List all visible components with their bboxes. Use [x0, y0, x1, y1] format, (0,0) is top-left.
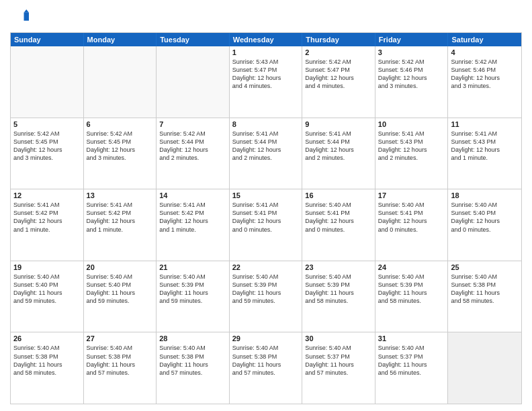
- day-number: 21: [159, 263, 226, 271]
- cell-info: Sunrise: 5:41 AM Sunset: 5:42 PM Dayligh…: [13, 201, 81, 234]
- day-number: 20: [87, 263, 154, 271]
- cell-info: Sunrise: 5:41 AM Sunset: 5:43 PM Dayligh…: [378, 130, 445, 163]
- calendar-cell: 5Sunrise: 5:42 AM Sunset: 5:45 PM Daylig…: [11, 118, 84, 189]
- cell-info: Sunrise: 5:40 AM Sunset: 5:39 PM Dayligh…: [378, 273, 445, 306]
- logo: [10, 9, 32, 28]
- calendar-cell: 16Sunrise: 5:40 AM Sunset: 5:41 PM Dayli…: [302, 189, 375, 261]
- logo-icon: [10, 9, 29, 28]
- calendar-cell: 29Sunrise: 5:40 AM Sunset: 5:38 PM Dayli…: [230, 332, 303, 404]
- calendar-cell: 23Sunrise: 5:40 AM Sunset: 5:39 PM Dayli…: [302, 261, 375, 332]
- cell-info: Sunrise: 5:42 AM Sunset: 5:47 PM Dayligh…: [305, 58, 372, 91]
- cell-info: Sunrise: 5:40 AM Sunset: 5:38 PM Dayligh…: [232, 344, 300, 377]
- calendar-cell: 25Sunrise: 5:40 AM Sunset: 5:38 PM Dayli…: [448, 261, 521, 332]
- day-number: 12: [13, 191, 81, 199]
- day-number: 11: [451, 120, 519, 128]
- day-number: 30: [305, 334, 372, 342]
- day-number: 1: [232, 48, 300, 56]
- day-number: 8: [232, 120, 300, 128]
- calendar-cell: 11Sunrise: 5:41 AM Sunset: 5:43 PM Dayli…: [448, 118, 521, 189]
- cell-info: Sunrise: 5:40 AM Sunset: 5:37 PM Dayligh…: [378, 344, 445, 377]
- svg-marker-1: [24, 9, 29, 13]
- calendar-row: 12Sunrise: 5:41 AM Sunset: 5:42 PM Dayli…: [11, 189, 521, 261]
- day-number: 15: [232, 191, 300, 199]
- cell-info: Sunrise: 5:41 AM Sunset: 5:44 PM Dayligh…: [305, 130, 372, 163]
- weekday-header: Monday: [84, 33, 157, 46]
- cell-info: Sunrise: 5:40 AM Sunset: 5:39 PM Dayligh…: [305, 273, 372, 306]
- day-number: 14: [159, 191, 226, 199]
- cell-info: Sunrise: 5:40 AM Sunset: 5:38 PM Dayligh…: [87, 344, 154, 377]
- calendar-cell: 1Sunrise: 5:43 AM Sunset: 5:47 PM Daylig…: [230, 46, 303, 118]
- day-number: 18: [451, 191, 519, 199]
- cell-info: Sunrise: 5:42 AM Sunset: 5:44 PM Dayligh…: [159, 130, 226, 163]
- day-number: 17: [378, 191, 445, 199]
- day-number: 31: [378, 334, 445, 342]
- cell-info: Sunrise: 5:41 AM Sunset: 5:42 PM Dayligh…: [159, 201, 226, 234]
- day-number: 19: [13, 263, 81, 271]
- cell-info: Sunrise: 5:40 AM Sunset: 5:40 PM Dayligh…: [87, 273, 154, 306]
- calendar-cell: 2Sunrise: 5:42 AM Sunset: 5:47 PM Daylig…: [302, 46, 375, 118]
- calendar-row: 19Sunrise: 5:40 AM Sunset: 5:40 PM Dayli…: [11, 261, 521, 333]
- calendar-cell: 6Sunrise: 5:42 AM Sunset: 5:45 PM Daylig…: [84, 118, 157, 189]
- calendar-cell: 12Sunrise: 5:41 AM Sunset: 5:42 PM Dayli…: [11, 189, 84, 261]
- cell-info: Sunrise: 5:40 AM Sunset: 5:41 PM Dayligh…: [378, 201, 445, 234]
- day-number: 26: [13, 334, 81, 342]
- calendar-cell: 19Sunrise: 5:40 AM Sunset: 5:40 PM Dayli…: [11, 261, 84, 332]
- weekday-header: Sunday: [11, 33, 84, 46]
- day-number: 29: [232, 334, 300, 342]
- cell-info: Sunrise: 5:42 AM Sunset: 5:46 PM Dayligh…: [378, 58, 445, 91]
- cell-info: Sunrise: 5:40 AM Sunset: 5:40 PM Dayligh…: [13, 273, 81, 306]
- day-number: 25: [451, 263, 519, 271]
- calendar-cell: 26Sunrise: 5:40 AM Sunset: 5:38 PM Dayli…: [11, 332, 84, 404]
- calendar-cell: [84, 46, 157, 118]
- calendar-cell: 14Sunrise: 5:41 AM Sunset: 5:42 PM Dayli…: [157, 189, 230, 261]
- weekday-header: Friday: [375, 33, 449, 46]
- calendar-cell: 24Sunrise: 5:40 AM Sunset: 5:39 PM Dayli…: [375, 261, 449, 332]
- cell-info: Sunrise: 5:43 AM Sunset: 5:47 PM Dayligh…: [232, 58, 300, 91]
- day-number: 27: [87, 334, 154, 342]
- day-number: 22: [232, 263, 300, 271]
- header: [10, 7, 522, 28]
- day-number: 24: [378, 263, 445, 271]
- cell-info: Sunrise: 5:41 AM Sunset: 5:42 PM Dayligh…: [87, 201, 154, 234]
- calendar-cell: 8Sunrise: 5:41 AM Sunset: 5:44 PM Daylig…: [230, 118, 303, 189]
- calendar-cell: 27Sunrise: 5:40 AM Sunset: 5:38 PM Dayli…: [84, 332, 157, 404]
- cell-info: Sunrise: 5:40 AM Sunset: 5:39 PM Dayligh…: [159, 273, 226, 306]
- weekday-header: Thursday: [302, 33, 375, 46]
- calendar-cell: 7Sunrise: 5:42 AM Sunset: 5:44 PM Daylig…: [157, 118, 230, 189]
- cell-info: Sunrise: 5:40 AM Sunset: 5:40 PM Dayligh…: [451, 201, 519, 234]
- day-number: 28: [159, 334, 226, 342]
- weekday-header: Saturday: [448, 33, 521, 46]
- day-number: 10: [378, 120, 445, 128]
- cell-info: Sunrise: 5:41 AM Sunset: 5:41 PM Dayligh…: [232, 201, 300, 234]
- calendar-cell: 15Sunrise: 5:41 AM Sunset: 5:41 PM Dayli…: [230, 189, 303, 261]
- calendar-cell: 31Sunrise: 5:40 AM Sunset: 5:37 PM Dayli…: [375, 332, 449, 404]
- weekday-header: Tuesday: [157, 33, 230, 46]
- calendar-row: 26Sunrise: 5:40 AM Sunset: 5:38 PM Dayli…: [11, 332, 521, 404]
- day-number: 2: [305, 48, 372, 56]
- calendar-cell: [157, 46, 230, 118]
- day-number: 3: [378, 48, 445, 56]
- calendar-cell: [448, 332, 521, 404]
- day-number: 13: [87, 191, 154, 199]
- day-number: 5: [13, 120, 81, 128]
- calendar-cell: 18Sunrise: 5:40 AM Sunset: 5:40 PM Dayli…: [448, 189, 521, 261]
- cell-info: Sunrise: 5:40 AM Sunset: 5:39 PM Dayligh…: [232, 273, 300, 306]
- cell-info: Sunrise: 5:40 AM Sunset: 5:41 PM Dayligh…: [305, 201, 372, 234]
- svg-marker-0: [24, 13, 29, 21]
- page: SundayMondayTuesdayWednesdayThursdayFrid…: [0, 0, 532, 411]
- cell-info: Sunrise: 5:40 AM Sunset: 5:38 PM Dayligh…: [159, 344, 226, 377]
- calendar-row: 1Sunrise: 5:43 AM Sunset: 5:47 PM Daylig…: [11, 46, 521, 118]
- calendar-row: 5Sunrise: 5:42 AM Sunset: 5:45 PM Daylig…: [11, 118, 521, 190]
- cell-info: Sunrise: 5:40 AM Sunset: 5:38 PM Dayligh…: [451, 273, 519, 306]
- weekday-header: Wednesday: [230, 33, 303, 46]
- calendar-cell: 4Sunrise: 5:42 AM Sunset: 5:46 PM Daylig…: [448, 46, 521, 118]
- day-number: 7: [159, 120, 226, 128]
- calendar-body: 1Sunrise: 5:43 AM Sunset: 5:47 PM Daylig…: [11, 46, 521, 404]
- calendar-cell: [11, 46, 84, 118]
- cell-info: Sunrise: 5:42 AM Sunset: 5:45 PM Dayligh…: [87, 130, 154, 163]
- calendar-cell: 13Sunrise: 5:41 AM Sunset: 5:42 PM Dayli…: [84, 189, 157, 261]
- cell-info: Sunrise: 5:41 AM Sunset: 5:44 PM Dayligh…: [232, 130, 300, 163]
- cell-info: Sunrise: 5:40 AM Sunset: 5:38 PM Dayligh…: [13, 344, 81, 377]
- calendar-header: SundayMondayTuesdayWednesdayThursdayFrid…: [11, 33, 521, 46]
- calendar-cell: 17Sunrise: 5:40 AM Sunset: 5:41 PM Dayli…: [375, 189, 449, 261]
